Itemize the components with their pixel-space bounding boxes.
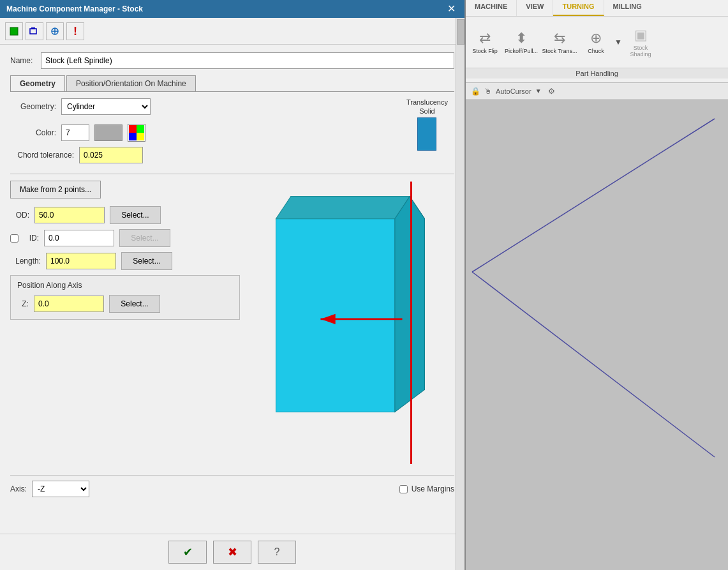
cancel-button[interactable]: ✖ xyxy=(213,541,251,564)
color-swatch-gray[interactable] xyxy=(94,124,123,141)
part-handling-bar: Part Handling xyxy=(466,68,728,79)
id-label: ID: xyxy=(24,234,39,243)
help-button[interactable]: ? xyxy=(258,541,296,564)
make-from-2-points-row: Make from 2 points... xyxy=(10,181,240,199)
length-input[interactable] xyxy=(46,253,116,269)
od-row: OD: Select... xyxy=(10,206,240,224)
geometry-tab[interactable]: Geometry xyxy=(10,75,65,91)
make-from-2-points-button[interactable]: Make from 2 points... xyxy=(10,181,101,199)
name-row: Name: xyxy=(0,45,464,73)
color-palette-button[interactable] xyxy=(128,124,145,142)
chord-tolerance-row: Chord tolerance: xyxy=(10,147,394,163)
svg-rect-4 xyxy=(31,27,35,29)
palette-icon xyxy=(129,125,144,140)
color-number-input[interactable] xyxy=(61,124,89,141)
axis-label: Axis: xyxy=(10,484,27,493)
name-input[interactable] xyxy=(41,52,454,69)
geometry-field-label: Geometry: xyxy=(10,102,56,111)
z-select-button[interactable]: Select... xyxy=(109,295,160,313)
z-row: Z: Select... xyxy=(17,295,233,313)
close-button[interactable]: ✕ xyxy=(445,4,458,14)
use-margins-row: Use Margins xyxy=(399,484,454,493)
svg-rect-3 xyxy=(30,29,36,34)
stock-trans-button[interactable]: ⇆ Stock Trans... xyxy=(541,20,578,64)
dialog-titlebar: Machine Component Manager - Stock ✕ xyxy=(0,0,464,18)
toolbar-dropdown[interactable]: ▼ xyxy=(614,20,623,64)
tab-milling[interactable]: MILLING xyxy=(604,0,651,16)
geometry-select[interactable]: Cylinder xyxy=(61,98,151,115)
warning-tool-button[interactable]: ! xyxy=(66,22,84,40)
stock-flip-button[interactable]: ⇄ Stock Flip xyxy=(468,20,501,64)
arrow-icon xyxy=(50,26,60,36)
scrollbar-thumb[interactable] xyxy=(457,19,464,45)
id-input[interactable] xyxy=(44,230,114,246)
svg-rect-11 xyxy=(137,133,144,140)
od-label: OD: xyxy=(10,211,29,220)
dialog-toolbar: ! xyxy=(0,18,464,45)
stock-flip-label: Stock Flip xyxy=(472,48,498,54)
tab-view[interactable]: VIEW xyxy=(517,0,553,16)
svg-marker-15 xyxy=(395,197,425,412)
stock-shading-label: Stock Shading xyxy=(625,45,657,57)
tab-turning[interactable]: TURNING xyxy=(553,0,604,16)
pickoff-pull-icon: ⬍ xyxy=(516,30,527,47)
z-label: Z: xyxy=(17,299,29,308)
chuck-button[interactable]: ⊕ Chuck xyxy=(579,20,613,64)
stock-shading-button[interactable]: ▣ Stock Shading xyxy=(624,20,657,64)
warning-icon: ! xyxy=(73,26,77,37)
use-margins-label: Use Margins xyxy=(412,484,454,493)
dialog-footer: ✔ ✖ ? xyxy=(0,534,464,570)
open-tool-button[interactable] xyxy=(26,22,43,40)
settings-icon[interactable]: ⚙ xyxy=(548,87,555,96)
position-along-axis-label: Position Along Axis xyxy=(17,281,233,290)
chord-tolerance-label: Chord tolerance: xyxy=(10,151,74,160)
length-row: Length: Select... xyxy=(10,252,240,270)
position-along-axis-group: Position Along Axis Z: Select... xyxy=(10,275,240,320)
od-input[interactable] xyxy=(34,207,105,223)
use-margins-checkbox[interactable] xyxy=(399,485,408,493)
arrow-tool-button[interactable] xyxy=(46,22,64,40)
chord-tolerance-input[interactable] xyxy=(79,147,143,163)
axis-row: Axis: -Z +Z -X +X xyxy=(10,481,89,497)
chuck-icon: ⊕ xyxy=(590,30,602,47)
tab-row: Geometry Position/Orientation On Machine xyxy=(0,73,464,91)
lock-icon: 🔒 xyxy=(471,87,480,96)
preview-area xyxy=(246,181,454,465)
color-solid-rect[interactable] xyxy=(417,117,436,151)
canvas-area xyxy=(466,100,728,570)
tab-machine[interactable]: MACHINE xyxy=(466,0,517,16)
pickoff-pull-button[interactable]: ⬍ Pickoff/Pull... xyxy=(503,20,540,64)
name-label: Name: xyxy=(10,56,36,65)
position-orientation-tab[interactable]: Position/Orientation On Machine xyxy=(66,75,196,91)
svg-rect-8 xyxy=(129,125,137,133)
svg-marker-14 xyxy=(276,197,410,219)
open-icon xyxy=(29,26,40,36)
pickoff-pull-label: Pickoff/Pull... xyxy=(505,48,538,54)
color-label: Color: xyxy=(10,128,56,137)
svg-rect-9 xyxy=(137,125,144,133)
stock-shading-icon: ▣ xyxy=(634,27,648,43)
3d-shape-preview xyxy=(246,181,454,465)
dialog-content: Geometry: Cylinder Color: xyxy=(0,92,464,534)
axis-select[interactable]: -Z +Z -X +X xyxy=(32,481,89,497)
stock-trans-label: Stock Trans... xyxy=(542,48,577,54)
geometry-row: Geometry: Cylinder xyxy=(10,98,394,115)
ok-button[interactable]: ✔ xyxy=(168,541,207,564)
scrollbar[interactable] xyxy=(456,18,464,570)
translucency-label: Translucency xyxy=(406,98,448,106)
new-tool-button[interactable] xyxy=(5,22,23,40)
svg-rect-2 xyxy=(10,27,18,35)
chuck-label: Chuck xyxy=(588,48,604,54)
z-input[interactable] xyxy=(34,296,104,312)
id-checkbox[interactable] xyxy=(10,234,19,243)
od-select-button[interactable]: Select... xyxy=(110,206,161,224)
new-icon xyxy=(9,26,19,36)
length-label: Length: xyxy=(10,257,41,266)
svg-rect-10 xyxy=(129,133,137,140)
dialog-title: Machine Component Manager - Stock xyxy=(6,4,143,13)
length-select-button[interactable]: Select... xyxy=(121,252,172,270)
id-row: ID: Select... xyxy=(10,229,240,247)
translucency-section: Translucency Solid xyxy=(406,98,448,151)
id-select-button[interactable]: Select... xyxy=(119,229,170,247)
stock-trans-icon: ⇆ xyxy=(554,30,565,47)
